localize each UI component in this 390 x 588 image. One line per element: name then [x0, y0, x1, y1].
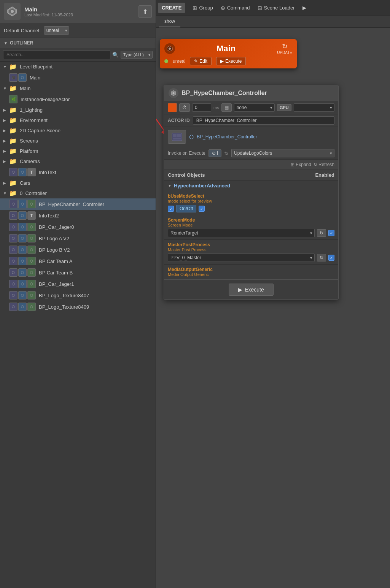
prop3-refresh-btn[interactable]: ↻ [317, 254, 326, 262]
level-blueprint-label: Level Blueprint [20, 64, 53, 70]
type-select[interactable]: Type (ALL) Mesh Light Blueprint [121, 51, 153, 59]
bp-car-team-a-label: BP Car Team A [39, 258, 72, 264]
tree-item-foliage[interactable]: 🌿 InstancedFoliageActor [0, 94, 156, 105]
tree-item-bp-car-jager0[interactable]: ⬡ ⬡ ⬡ BP_Car_Jager0 [0, 221, 156, 233]
collapse-arrow-env: ▶ [3, 118, 8, 122]
status-dot [164, 59, 168, 63]
prop1-checkbox[interactable]: ✓ [168, 206, 174, 212]
thumb-group-logo-a: ⬡ ⬡ ⬡ [9, 234, 36, 242]
tree-item-infotext2[interactable]: ⬡ ⬡ T InfoText2 [0, 210, 156, 221]
prop2-name: ScreenMode [168, 217, 334, 223]
prop2-control-row: RenderTarget ScreenCapture ↻ ✓ [168, 229, 334, 237]
thumb-group-tex8407: ⬡ ⬡ ⬡ [9, 291, 36, 300]
invoke-toggle[interactable]: ⊙ I [209, 149, 221, 157]
property-block-master-post-process: MasterPostProcess Master Post Process PP… [164, 240, 338, 265]
tree-item-2d-capture[interactable]: ▶ 📁 2D Capture Scene [0, 125, 156, 136]
tree-item-environment[interactable]: ▶ 📁 Environment [0, 115, 156, 125]
tree-item-bp-car-jager1[interactable]: ⬡ ⬡ ⬡ BP_Car_Jager1 [0, 278, 156, 290]
prop3-select[interactable]: PPV_0_Master [168, 254, 315, 262]
folder-icon-cameras: 📁 [9, 158, 17, 165]
tree-item-level-blueprint[interactable]: ▼ 📁 Level Blueprint [0, 62, 156, 72]
tree-item-cars[interactable]: ▶ 📁 Cars [0, 178, 156, 188]
scene-loader-icon: ⊟ [258, 5, 262, 11]
search-button[interactable]: 🔍 [112, 52, 119, 58]
tree-item-main-folder[interactable]: ▼ 📁 Main [0, 83, 156, 94]
gpu-select[interactable] [294, 103, 334, 112]
unit-label: ms [213, 105, 219, 110]
prop2-refresh-btn[interactable]: ↻ [317, 229, 326, 237]
scene-loader-label: Scene Loader [264, 5, 295, 11]
svg-point-4 [169, 48, 171, 50]
execute-button[interactable]: ▶ Execute [229, 284, 274, 296]
scrollable-content: ▼ HypechamberAdvanced bUseModeSelect mod… [164, 181, 338, 279]
prop1-enabled-checkbox[interactable]: ✓ [199, 206, 205, 212]
thumb-lb-2: ⬡ [18, 246, 27, 254]
group-header-hypechamber[interactable]: ▼ HypechamberAdvanced [164, 181, 338, 191]
create-button[interactable]: CREATE [158, 3, 185, 13]
prop2-checkbox[interactable]: ✓ [328, 230, 334, 236]
fn-select[interactable]: UpdateLogoColors [231, 149, 334, 157]
bp-car-jager1-label: BP_Car_Jager1 [39, 281, 74, 287]
prop1-onoff-btn[interactable]: On/Off [176, 205, 196, 212]
search-input[interactable] [3, 50, 110, 59]
expand-button[interactable]: ⊞ Expand [291, 162, 311, 167]
thumb-t1: ⬡ [9, 168, 18, 176]
upload-button[interactable]: ⬆ [138, 5, 152, 18]
command-button[interactable]: ⊕ Command [217, 3, 254, 13]
tree-item-bp-logo-b-v2[interactable]: ⬡ ⬡ ⬡ BP Logo B V2 [0, 244, 156, 255]
tree-item-screens[interactable]: ▶ 📁 Screens [0, 136, 156, 146]
prop1-desc: mode select for preview [168, 199, 334, 203]
thumb-j0-2: ⬡ [18, 223, 27, 231]
tree-item-cameras[interactable]: ▶ 📁 Cameras [0, 156, 156, 166]
search-row: 🔍 Type (ALL) Mesh Light Blueprint [0, 48, 156, 62]
scene-loader-button[interactable]: ⊟ Scene Loader [254, 3, 299, 13]
refresh-label: Refresh [318, 162, 334, 167]
tree-item-bp-logo-a-v2[interactable]: ⬡ ⬡ ⬡ BP Logo A V2 [0, 233, 156, 244]
prop3-checkbox[interactable]: ✓ [328, 255, 334, 261]
timer-input[interactable] [192, 103, 211, 112]
tree-item-main-lb[interactable]: 🎥 ⬡ Main [0, 72, 156, 83]
execute-card-button[interactable]: ▶ Execute [216, 57, 246, 65]
actor-id-input[interactable] [193, 116, 334, 125]
tree-item-0-controller[interactable]: ▼ 📁 0_Controller [0, 188, 156, 198]
group-arrow: ▼ [168, 184, 172, 188]
thumb-group-team-a: ⬡ ⬡ ⬡ [9, 257, 36, 265]
refresh-button[interactable]: ↻ Refresh [314, 162, 334, 167]
thumb-t2: ⬡ [18, 168, 27, 176]
thumb-group-tex8409: ⬡ ⬡ ⬡ [9, 303, 36, 311]
none-select[interactable]: none [234, 103, 275, 112]
tree-item-bp-car-team-b[interactable]: ⬡ ⬡ ⬡ BP Car Team B [0, 267, 156, 278]
folder-icon-main: 📁 [9, 85, 17, 92]
update-button[interactable]: ↻ UPDATE [277, 42, 292, 55]
platform-label: Platform [20, 148, 38, 154]
show-tab-item[interactable]: show [159, 16, 180, 27]
channel-select[interactable]: unreal default custom [44, 26, 69, 35]
folder-icon-2d: 📁 [9, 127, 17, 134]
show-tab-bar: show [156, 16, 390, 28]
edit-button[interactable]: ✎ Edit [190, 57, 212, 65]
more-button[interactable]: ▶ [299, 3, 310, 13]
tree-item-bp-hypechamber[interactable]: ⬡ ⬡ ⬡ BP_HypeChamber_Controller [0, 198, 156, 210]
grid-btn[interactable]: ▦ [221, 103, 232, 112]
bp-link[interactable]: BP_HypeChamber_Controller [197, 134, 257, 139]
timer-icon-btn[interactable]: ⏱ [179, 103, 190, 112]
tree-item-bp-logo-texture8407[interactable]: ⬡ ⬡ ⬡ BP_Logo_Texture8407 [0, 290, 156, 301]
thumb-t3: T [27, 168, 36, 176]
color-swatch[interactable] [168, 103, 177, 112]
tree-item-platform[interactable]: ▶ 📁 Platform [0, 146, 156, 156]
thumb-mesh: 🌿 [9, 95, 18, 103]
thumb-j1-3: ⬡ [27, 280, 36, 288]
thumb-it2-3: T [27, 211, 36, 220]
expand-refresh-btns: ⊞ Expand ↻ Refresh [291, 162, 334, 167]
group-button[interactable]: ⊞ Group [189, 3, 216, 13]
thumb-group-it2: ⬡ ⬡ T [9, 211, 36, 220]
prop3-control-row: PPV_0_Master ↻ ✓ [168, 254, 334, 262]
execute-card-icon: ▶ [220, 59, 224, 64]
tree-item-bp-logo-texture8409[interactable]: ⬡ ⬡ ⬡ BP_Logo_Texture8409 [0, 301, 156, 312]
tree-item-bp-car-team-a[interactable]: ⬡ ⬡ ⬡ BP Car Team A [0, 255, 156, 267]
tree-item-lighting[interactable]: ▶ 📁 1_Lighting [0, 105, 156, 115]
prop2-select[interactable]: RenderTarget ScreenCapture [168, 229, 315, 237]
thumb-blueprint: ⬡ [18, 73, 27, 82]
thumb-ta-3: ⬡ [27, 257, 36, 265]
tree-item-infotext[interactable]: ⬡ ⬡ T InfoText [0, 166, 156, 178]
